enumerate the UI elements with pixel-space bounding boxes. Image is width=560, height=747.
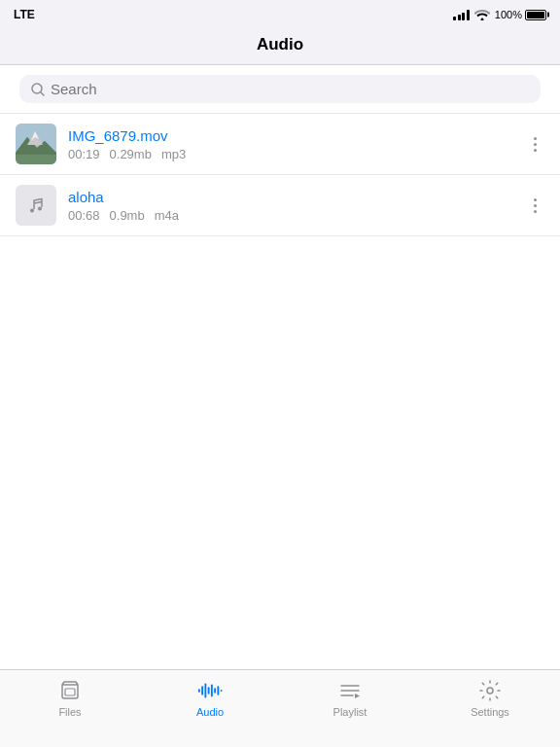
nav-item-playlist[interactable]: Playlist xyxy=(280,678,420,718)
file-size: 0.29mb xyxy=(110,147,152,161)
file-list: IMG_6879.mov 00:19 0.29mb mp3 aloha 00: xyxy=(0,113,560,236)
file-size: 0.9mb xyxy=(110,208,145,223)
svg-rect-16 xyxy=(217,686,219,694)
battery-icon xyxy=(525,10,546,20)
svg-rect-17 xyxy=(221,690,223,692)
svg-line-1 xyxy=(41,92,44,95)
svg-rect-9 xyxy=(65,689,75,695)
file-info: IMG_6879.mov 00:19 0.29mb mp3 xyxy=(68,127,514,161)
wifi-icon xyxy=(474,9,490,20)
nav-label-playlist: Playlist xyxy=(333,706,368,718)
search-bar[interactable] xyxy=(19,75,541,103)
settings-icon xyxy=(477,678,503,703)
search-icon xyxy=(31,83,45,96)
file-name: aloha xyxy=(68,189,514,205)
file-more-button[interactable] xyxy=(526,133,544,156)
nav-item-audio[interactable]: Audio xyxy=(140,678,280,718)
svg-marker-21 xyxy=(355,694,360,698)
audio-icon xyxy=(197,678,223,703)
playlist-icon xyxy=(337,678,363,703)
file-more-button[interactable] xyxy=(526,195,544,217)
list-item[interactable]: aloha 00:68 0.9mb m4a xyxy=(0,175,560,236)
svg-rect-15 xyxy=(214,688,216,694)
files-icon xyxy=(57,678,83,703)
svg-rect-10 xyxy=(198,689,200,693)
carrier-label: LTE xyxy=(14,8,35,21)
search-input[interactable] xyxy=(51,81,529,97)
file-thumbnail xyxy=(16,124,56,164)
file-name: IMG_6879.mov xyxy=(68,127,514,144)
list-item[interactable]: IMG_6879.mov 00:19 0.29mb mp3 xyxy=(0,114,560,175)
music-note-thumbnail xyxy=(16,185,56,226)
thumbnail-image xyxy=(16,124,56,164)
battery-fill xyxy=(527,12,544,18)
bottom-nav: Files Audio Play xyxy=(0,669,560,747)
battery-container: 100% xyxy=(495,9,546,20)
file-meta: 00:68 0.9mb m4a xyxy=(68,208,514,223)
svg-rect-11 xyxy=(201,686,203,694)
music-note-icon xyxy=(25,195,47,216)
signal-icon xyxy=(453,10,470,20)
nav-item-files[interactable]: Files xyxy=(0,678,140,718)
page-header: Audio xyxy=(0,27,560,65)
search-container xyxy=(0,65,560,113)
battery-percent: 100% xyxy=(495,9,522,20)
file-duration: 00:19 xyxy=(68,147,100,161)
svg-rect-14 xyxy=(211,685,213,697)
svg-rect-7 xyxy=(16,155,56,164)
svg-line-8 xyxy=(34,202,42,204)
nav-label-settings: Settings xyxy=(471,706,509,718)
file-duration: 00:68 xyxy=(68,208,100,223)
status-right: 100% xyxy=(453,9,546,20)
svg-point-22 xyxy=(487,688,493,694)
svg-rect-12 xyxy=(204,684,206,698)
page-title: Audio xyxy=(257,35,303,53)
file-meta: 00:19 0.29mb mp3 xyxy=(68,147,514,161)
file-format: m4a xyxy=(155,208,179,223)
nav-label-audio: Audio xyxy=(196,706,224,718)
nav-label-files: Files xyxy=(58,706,81,718)
nav-item-settings[interactable]: Settings xyxy=(420,678,560,718)
file-format: mp3 xyxy=(161,147,186,161)
svg-rect-13 xyxy=(208,687,210,694)
status-bar: LTE 100% xyxy=(0,0,560,27)
file-info: aloha 00:68 0.9mb m4a xyxy=(68,189,514,223)
